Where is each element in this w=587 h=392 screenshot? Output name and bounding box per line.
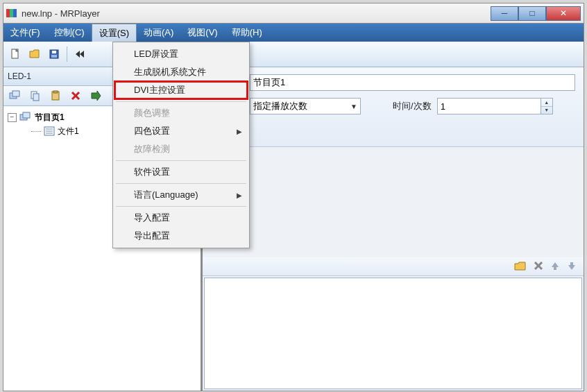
count-label: 时间/次数 — [393, 100, 432, 112]
open-folder-icon — [29, 49, 40, 60]
pages-icon — [9, 90, 22, 101]
menu-separator — [116, 206, 246, 207]
file-icon — [44, 126, 55, 136]
menu-fault-detect: 故障检测 — [114, 140, 248, 158]
delete-button[interactable] — [67, 87, 85, 105]
svg-marker-31 — [568, 265, 575, 270]
settings-dropdown: LED屏设置 生成脱机系统文件 DVI主控设置 颜色调整 四色设置 ▶ 故障检测… — [112, 42, 250, 248]
menu-anim[interactable]: 动画(A) — [137, 24, 180, 42]
delete-x-icon — [70, 90, 81, 101]
count-input[interactable]: 1 — [437, 98, 541, 114]
move-up-button[interactable] — [550, 261, 560, 273]
svg-rect-12 — [12, 91, 19, 96]
combo-value: 指定播放次数 — [253, 100, 307, 112]
open-file-button[interactable] — [26, 45, 44, 63]
svg-rect-1 — [10, 9, 13, 17]
arrow-up-icon — [550, 261, 560, 271]
save-icon — [49, 49, 60, 60]
svg-marker-26 — [515, 262, 525, 270]
svg-rect-14 — [33, 94, 39, 101]
close-button[interactable]: ✕ — [546, 6, 581, 21]
svg-rect-30 — [554, 267, 556, 270]
submenu-arrow-icon: ▶ — [237, 191, 242, 199]
svg-rect-0 — [6, 9, 10, 17]
menu-separator — [116, 101, 246, 102]
arrow-down-icon — [567, 261, 577, 271]
window-title: new.lnp - MRPlayer — [22, 8, 491, 19]
menu-dvi-master[interactable]: DVI主控设置 — [114, 81, 248, 99]
menu-control[interactable]: 控制(C) — [47, 24, 92, 42]
menu-four-color[interactable]: 四色设置 ▶ — [114, 122, 248, 140]
svg-marker-29 — [552, 262, 559, 267]
svg-marker-10 — [80, 51, 84, 58]
menu-import-config[interactable]: 导入配置 — [114, 209, 248, 227]
file-list-pane[interactable] — [204, 278, 582, 389]
menu-software-settings[interactable]: 软件设置 — [114, 163, 248, 181]
menu-file[interactable]: 文件(F) — [3, 24, 47, 42]
menu-separator — [116, 160, 246, 161]
arrow-right-icon — [90, 90, 101, 101]
page-icon — [19, 112, 32, 123]
copy-icon — [30, 90, 41, 101]
paste-button[interactable] — [46, 87, 65, 105]
tree-child-label: 文件1 — [58, 126, 79, 137]
play-option-combo[interactable]: 指定播放次数 ▼ — [250, 98, 361, 114]
svg-marker-19 — [92, 91, 101, 101]
menu-view[interactable]: 视图(V) — [180, 24, 224, 42]
svg-rect-16 — [53, 91, 58, 93]
submenu-arrow-icon: ▶ — [237, 128, 242, 135]
menu-export-config[interactable]: 导出配置 — [114, 227, 248, 245]
delete-x-icon — [534, 261, 543, 271]
list-toolbar — [203, 257, 584, 276]
toolbar-separator — [67, 46, 67, 62]
save-button[interactable] — [45, 45, 63, 63]
count-spinner[interactable]: ▲ ▼ — [541, 98, 553, 114]
tree-collapse-icon[interactable]: − — [8, 113, 17, 122]
copy-button[interactable] — [26, 87, 44, 105]
menu-help[interactable]: 帮助(H) — [225, 24, 269, 42]
chevron-down-icon: ▼ — [350, 103, 357, 110]
svg-rect-7 — [52, 51, 56, 53]
titlebar: new.lnp - MRPlayer ─ □ ✕ — [3, 3, 584, 23]
rewind-icon — [74, 49, 85, 60]
main-pane: 目名 选项 指定播放次数 ▼ 时间/次数 1 — [203, 67, 584, 391]
page-name-input[interactable] — [250, 74, 575, 91]
tree-root-label: 节目页1 — [35, 112, 65, 123]
svg-rect-21 — [23, 112, 30, 118]
spin-up-icon[interactable]: ▲ — [541, 99, 552, 107]
new-file-button[interactable] — [6, 45, 24, 63]
svg-rect-2 — [13, 9, 17, 17]
svg-marker-5 — [30, 50, 39, 58]
menubar: 文件(F) 控制(C) 设置(S) 动画(A) 视图(V) 帮助(H) — [3, 24, 584, 42]
paste-icon — [50, 90, 61, 101]
rewind-button[interactable] — [71, 45, 89, 63]
send-button[interactable] — [87, 87, 105, 105]
svg-rect-8 — [51, 55, 57, 58]
tree-connector — [31, 131, 41, 132]
menu-language[interactable]: 语言(Language) ▶ — [114, 186, 248, 204]
menu-separator — [116, 183, 246, 184]
spin-down-icon[interactable]: ▼ — [541, 107, 552, 114]
minimize-button[interactable]: ─ — [491, 6, 518, 21]
new-file-icon — [10, 49, 21, 60]
maximize-button[interactable]: □ — [518, 6, 546, 21]
svg-marker-9 — [76, 51, 80, 58]
remove-button[interactable] — [534, 261, 543, 273]
open-folder-icon — [514, 260, 527, 271]
svg-rect-32 — [570, 262, 573, 265]
open-folder-button[interactable] — [514, 260, 527, 273]
form-area: 目名 选项 指定播放次数 ▼ 时间/次数 1 — [203, 67, 584, 147]
main-toolbar — [3, 42, 584, 67]
menu-gen-offline[interactable]: 生成脱机系统文件 — [114, 63, 248, 81]
menu-color-adjust: 颜色调整 — [114, 104, 248, 122]
move-down-button[interactable] — [567, 261, 577, 273]
add-page-button[interactable] — [6, 87, 24, 105]
menu-led-screen[interactable]: LED屏设置 — [114, 45, 248, 63]
menu-settings[interactable]: 设置(S) — [92, 24, 137, 42]
app-icon — [6, 8, 17, 19]
